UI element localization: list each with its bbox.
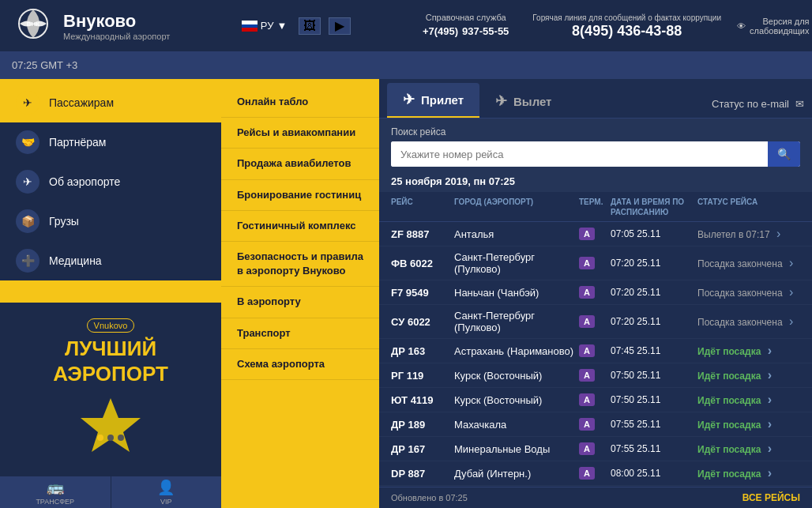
sidebar-item-partners[interactable]: 🤝 Партнёрам (0, 122, 221, 162)
language-selector[interactable]: РУ ▼ (242, 20, 288, 32)
more-icon[interactable]: › (768, 417, 772, 431)
sidebar-item-cargo[interactable]: 📦 Грузы (0, 201, 221, 241)
table-row[interactable]: ДР 167 Минеральные Воды А 07:55 25.11 Ид… (379, 437, 812, 461)
promo-banner: Vnukovo ЛУЧШИЙАЭРОПОРТ (0, 303, 221, 476)
cell-terminal: А (579, 369, 611, 382)
more-icon[interactable]: › (768, 393, 772, 406)
dot-3 (118, 435, 124, 441)
terminal-badge: А (579, 393, 595, 406)
cell-city: Астрахань (Нариманово) (454, 345, 579, 357)
about-icon: ✈ (16, 170, 39, 194)
cell-status: Идёт посадка › (697, 466, 800, 480)
transfer-icon: 🚌 (47, 479, 64, 496)
left-sidebar: ✈ Пассажирам 🤝 Партнёрам ✈ Об аэропорте … (0, 79, 221, 508)
email-status-label: Статус по e-mail (712, 98, 789, 110)
svg-text:ВНК: ВНК (27, 21, 40, 28)
more-icon[interactable]: › (789, 256, 793, 269)
cell-city: Анталья (454, 228, 579, 240)
tab-departures[interactable]: ✈ Вылет (479, 85, 567, 118)
transfer-label: ТРАНСФЕР (36, 498, 74, 506)
cell-flight: ДР 189 (391, 419, 454, 431)
dropdown-item-tickets[interactable]: Продажа авиабилетов (221, 149, 379, 179)
dropdown-item-flights[interactable]: Рейсы и авиакомпании (221, 118, 379, 149)
cell-status: Вылетел в 07:17 › (697, 227, 800, 241)
sidebar-item-label: Грузы (49, 215, 79, 228)
cell-time: 07:20 25.11 (611, 258, 697, 269)
eye-icon: 👁 (737, 21, 746, 31)
table-row[interactable]: ZF 8887 Анталья А 07:05 25.11 Вылетел в … (379, 222, 812, 246)
cell-city: Минеральные Воды (454, 443, 579, 455)
all-flights-link[interactable]: ВСЕ РЕЙСЫ (742, 492, 800, 503)
dropdown-item-hotel-complex[interactable]: Гостиничный комплекс (221, 211, 379, 242)
hotline-label: Горячая линия для сообщений о фактах кор… (532, 13, 721, 23)
more-icon[interactable]: › (789, 314, 793, 328)
vip-tab[interactable]: 👤 VIP (111, 476, 222, 508)
cell-terminal: А (579, 228, 611, 240)
media-icon[interactable]: ▶ (329, 17, 351, 35)
table-row[interactable]: ФВ 6022 Санкт-Петербург (Пулково) А 07:2… (379, 246, 812, 280)
cell-terminal: А (579, 344, 611, 357)
cell-terminal: А (579, 257, 611, 269)
main-phone-block: Справочная служба +7(495) 937-55-55 (423, 13, 509, 40)
cell-time: 07:50 25.11 (611, 370, 697, 381)
more-icon[interactable]: › (768, 368, 772, 382)
chevron-down-icon: ▼ (276, 20, 287, 32)
header: ВНК Внуково Международный аэропорт РУ ▼ … (0, 0, 812, 51)
dropdown-item-security[interactable]: Безопасность и правилав аэропорту Внуков… (221, 242, 379, 287)
table-row[interactable]: DP 887 Дубай (Интерн.) А 08:00 25.11 Идё… (379, 461, 812, 486)
image-icon[interactable]: 🖼 (299, 17, 321, 35)
nav-menu: ✈ Пассажирам 🤝 Партнёрам ✈ Об аэропорте … (0, 79, 221, 284)
table-row[interactable]: РГ 119 Курск (Восточный) А 07:50 25.11 И… (379, 363, 812, 388)
dropdown-item-board[interactable]: Онлайн табло (221, 87, 379, 118)
tab-arrivals[interactable]: ✈ Прилет (387, 83, 479, 118)
dot-2 (107, 435, 114, 441)
dropdown-item-transport[interactable]: Транспорт (221, 318, 379, 349)
sidebar-item-medicine[interactable]: ➕ Медицина (0, 241, 221, 280)
promo-logo: Vnukovo (87, 318, 135, 333)
cell-status: Посадка закончена › (697, 256, 800, 270)
dropdown-item-in-airport[interactable]: В аэропорту (221, 287, 379, 318)
accessibility-button[interactable]: 👁 Версия для слабовидящих (737, 17, 800, 36)
more-icon[interactable]: › (768, 344, 772, 357)
sidebar-item-passengers[interactable]: ✈ Пассажирам (0, 83, 221, 122)
arrivals-icon: ✈ (403, 91, 415, 108)
more-icon[interactable]: › (776, 227, 780, 240)
more-icon[interactable]: › (768, 466, 772, 480)
flight-board: ✈ Прилет ✈ Вылет Статус по e-mail ✉ Поис… (379, 79, 812, 508)
table-row[interactable]: ДР 163 Астрахань (Нариманово) А 07:45 25… (379, 339, 812, 363)
dropdown-item-map[interactable]: Схема аэропорта (221, 349, 379, 380)
more-icon[interactable]: › (768, 442, 772, 455)
search-button[interactable]: 🔍 (768, 141, 800, 167)
cell-time: 07:20 25.11 (611, 316, 697, 327)
search-label: Поиск рейса (391, 126, 800, 137)
sidebar-item-label: Об аэропорте (49, 175, 120, 188)
cell-status: Идёт посадка › (697, 368, 800, 382)
cell-status: Идёт посадка › (697, 417, 800, 431)
cell-status: Посадка закончена › (697, 285, 800, 299)
tab-arrivals-label: Прилет (421, 93, 464, 107)
email-status-button[interactable]: Статус по e-mail ✉ (712, 98, 804, 118)
medicine-icon: ➕ (16, 249, 39, 273)
vip-icon: 👤 (157, 479, 175, 496)
col-datetime: ДАТА И ВРЕМЯ по расписанию (611, 197, 697, 217)
cell-terminal: А (579, 418, 611, 431)
phone-digits: 937-55-55 (462, 25, 509, 37)
lang-label: РУ (261, 20, 274, 32)
terminal-badge: А (579, 344, 595, 357)
col-city: ГОРОД (АЭРОПОРТ) (454, 197, 579, 217)
cell-time: 07:50 25.11 (611, 394, 697, 405)
transfer-tab[interactable]: 🚌 ТРАНСФЕР (0, 476, 111, 508)
cell-time: 07:05 25.11 (611, 228, 697, 239)
search-input[interactable] (391, 141, 768, 167)
cell-status: Идёт посадка › (697, 393, 800, 407)
dropdown-item-hotels[interactable]: Бронирование гостиниц (221, 180, 379, 211)
table-row[interactable]: ДР 189 Махачкала А 07:55 25.11 Идёт поса… (379, 412, 812, 437)
table-row[interactable]: СУ 6022 Санкт-Петербург (Пулково) А 07:2… (379, 305, 812, 339)
sidebar-item-about[interactable]: ✈ Об аэропорте (0, 162, 221, 201)
more-icon[interactable]: › (789, 285, 793, 299)
cell-flight: ФВ 6022 (391, 258, 454, 269)
sidebar-item-label: Партнёрам (49, 136, 106, 149)
phone-label: Справочная служба (423, 13, 509, 22)
table-row[interactable]: ЮТ 4119 Курск (Восточный) А 07:50 25.11 … (379, 388, 812, 412)
table-row[interactable]: F7 9549 Наньчан (Чанбэй) А 07:20 25.11 П… (379, 280, 812, 305)
